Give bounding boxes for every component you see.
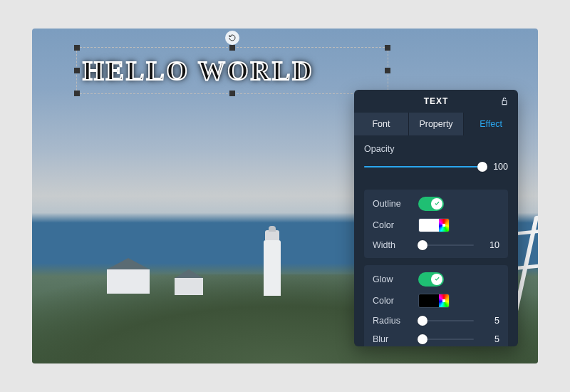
check-icon <box>434 276 440 282</box>
outline-label: Outline <box>373 199 411 209</box>
text-selection-box[interactable]: HELLO WORLD <box>76 47 388 94</box>
rotate-handle[interactable] <box>225 31 239 45</box>
scenery-lighthouse <box>264 240 281 296</box>
opacity-label: Opacity <box>364 144 508 154</box>
glow-label: Glow <box>373 274 411 284</box>
opacity-row: Opacity <box>364 144 508 154</box>
glow-group: Glow Color Radius <box>364 265 508 346</box>
glow-radius-label: Radius <box>373 316 411 326</box>
rotate-icon <box>228 33 237 42</box>
opacity-slider[interactable] <box>364 161 482 172</box>
tab-font[interactable]: Font <box>354 113 408 135</box>
tab-property[interactable]: Property <box>408 113 463 135</box>
panel-title-bar: TEXT <box>354 90 518 113</box>
panel-body: Opacity 100 Outline Color <box>354 135 518 346</box>
resize-handle-bl[interactable] <box>74 91 80 96</box>
outline-group: Outline Color Width <box>364 190 508 258</box>
glow-blur-value: 5 <box>481 334 499 344</box>
opacity-value: 100 <box>489 162 508 172</box>
panel-title: TEXT <box>424 96 449 106</box>
resize-handle-tm[interactable] <box>229 45 235 51</box>
resize-handle-ml[interactable] <box>74 68 80 73</box>
color-picker-icon[interactable] <box>439 294 449 307</box>
glow-radius-slider[interactable] <box>418 315 474 326</box>
outline-color-label: Color <box>373 220 411 230</box>
color-picker-icon[interactable] <box>439 219 449 232</box>
resize-handle-tr[interactable] <box>385 45 390 51</box>
outline-toggle[interactable] <box>418 197 444 211</box>
glow-blur-label: Blur <box>373 334 411 344</box>
glow-color-label: Color <box>373 296 411 306</box>
resize-handle-bm[interactable] <box>229 91 235 96</box>
panel-tabs: Font Property Effect <box>354 113 518 135</box>
scenery-house <box>107 269 150 294</box>
canvas-text[interactable]: HELLO WORLD <box>83 53 382 88</box>
outline-width-slider[interactable] <box>418 239 474 251</box>
glow-color-swatch[interactable] <box>418 294 450 308</box>
resize-handle-tl[interactable] <box>74 45 80 51</box>
lock-icon[interactable] <box>499 96 509 106</box>
text-effects-panel: TEXT Font Property Effect Opacity 100 <box>354 90 518 346</box>
opacity-slider-row: 100 <box>364 161 508 172</box>
outline-width-value: 10 <box>481 240 499 250</box>
outline-width-label: Width <box>373 240 411 250</box>
glow-blur-slider[interactable] <box>418 334 474 345</box>
outline-color-swatch[interactable] <box>418 218 450 232</box>
scenery-house <box>175 278 203 295</box>
glow-radius-value: 5 <box>481 316 499 326</box>
editor-canvas[interactable]: HELLO WORLD TEXT Font Property Effect Op… <box>32 29 538 363</box>
tab-effect[interactable]: Effect <box>463 113 518 135</box>
resize-handle-mr[interactable] <box>385 68 390 73</box>
check-icon <box>434 200 440 207</box>
glow-toggle[interactable] <box>418 272 444 287</box>
